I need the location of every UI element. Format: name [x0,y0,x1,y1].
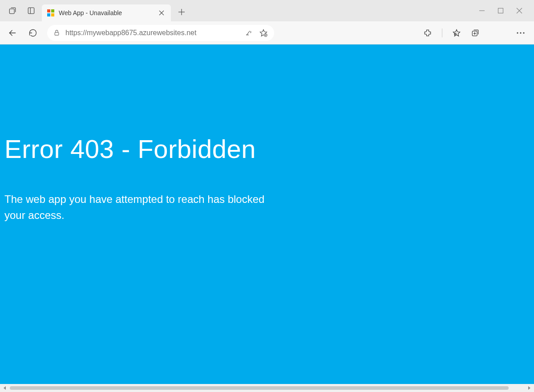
favorite-star-icon[interactable] [259,28,268,37]
tab-actions-icon[interactable] [8,6,17,15]
tab-title: Web App - Unavailable [59,9,153,16]
refresh-button[interactable] [27,27,39,39]
vertical-tabs-icon[interactable] [27,6,36,15]
extensions-icon[interactable] [423,28,432,37]
scroll-track[interactable] [10,386,524,390]
tab-bar: Web App - Unavailable [0,0,534,21]
svg-rect-6 [51,13,54,16]
maximize-icon[interactable] [498,8,504,14]
svg-rect-4 [51,9,54,12]
minimize-icon[interactable] [479,8,485,14]
svg-point-28 [520,32,521,33]
lock-icon [53,29,60,36]
back-button[interactable] [6,27,19,39]
svg-marker-21 [453,29,460,36]
menu-icon[interactable] [516,32,525,34]
error-title: Error 403 - Forbidden [4,134,530,164]
browser-tab[interactable]: Web App - Unavailable [42,4,171,21]
page-content: Error 403 - Forbidden The web app you ha… [0,44,534,384]
close-window-icon[interactable] [516,8,522,14]
svg-rect-3 [47,9,50,12]
scroll-thumb[interactable] [10,386,509,390]
collections-icon[interactable] [471,28,480,37]
url-text[interactable]: https://mywebapp8675.azurewebsites.net [65,29,239,37]
svg-marker-30 [4,386,6,390]
new-tab-button[interactable] [174,4,190,20]
svg-rect-0 [9,9,14,14]
scroll-right-icon[interactable] [526,385,532,391]
svg-rect-5 [47,13,50,16]
close-tab-icon[interactable] [158,9,166,17]
url-box[interactable]: https://mywebapp8675.azurewebsites.net [47,25,274,41]
svg-rect-16 [55,32,59,35]
horizontal-scrollbar[interactable] [0,384,534,392]
scroll-left-icon[interactable] [2,385,8,391]
favicon-windows-icon [47,9,54,16]
favorites-icon[interactable] [452,28,461,37]
svg-point-27 [517,32,518,33]
svg-rect-1 [28,8,34,13]
svg-rect-12 [498,8,503,13]
address-bar: https://mywebapp8675.azurewebsites.net [0,21,534,44]
divider [442,28,442,37]
svg-point-29 [523,32,524,33]
read-aloud-icon[interactable] [245,29,253,37]
error-message: The web app you have attempted to reach … [4,191,280,223]
svg-marker-31 [528,386,530,390]
